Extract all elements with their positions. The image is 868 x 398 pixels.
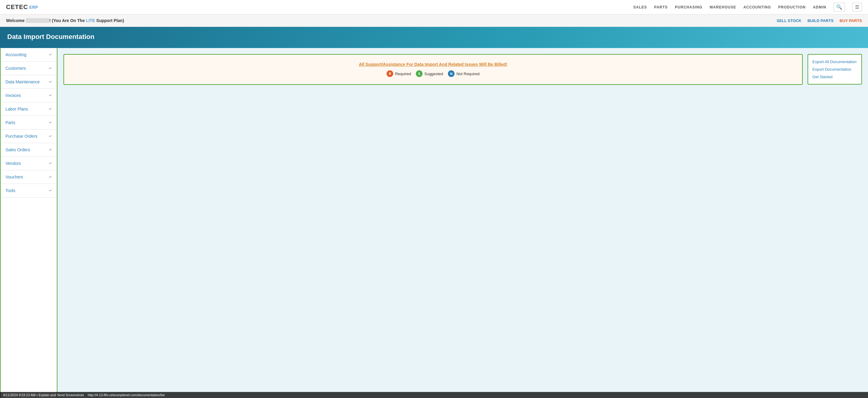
chevron-icon-tools: ↵ <box>49 189 52 193</box>
chevron-icon-accounting: ↵ <box>49 53 52 57</box>
get-started-link[interactable]: Get Started <box>812 75 857 79</box>
notice-link[interactable]: All Support/Assistance For Data Import A… <box>359 62 507 67</box>
sidebar-item-tools[interactable]: Tools ↵ <box>1 184 57 198</box>
chevron-icon-customers: ↵ <box>49 66 52 70</box>
sidebar-label-accounting: Accounting <box>5 52 26 57</box>
logo-erp: ERP <box>29 5 38 10</box>
top-navbar: CETEC ERP SALES PARTS PURCHASING WAREHOU… <box>0 0 868 14</box>
suggested-badge-circle: S <box>416 70 423 77</box>
sidebar-item-vouchers[interactable]: Vouchers ↵ <box>1 170 57 184</box>
plan-suffix: Support Plan) <box>95 18 124 23</box>
status-action: Explain and Send Screenshots <box>39 393 84 397</box>
suggested-label: Suggested <box>424 72 443 76</box>
welcome-message: Welcome ––––––––––! (You Are On The LITE… <box>6 18 124 23</box>
sidebar-label-parts: Parts <box>5 120 16 125</box>
notice-box: All Support/Assistance For Data Import A… <box>63 54 803 85</box>
sidebar-label-purchase-orders: Purchase Orders <box>5 134 37 139</box>
logo-cetec: CETEC <box>6 4 28 10</box>
logo-area: CETEC ERP <box>6 4 38 10</box>
notice-badges: R Required S Suggested N Not Required <box>386 70 479 77</box>
info-row: All Support/Assistance For Data Import A… <box>63 54 862 85</box>
sidebar-label-vendors: Vendors <box>5 161 21 166</box>
sidebar-label-tools: Tools <box>5 188 16 193</box>
buy-parts-link[interactable]: BUY PARTS <box>840 19 862 23</box>
nav-production[interactable]: PRODUCTION <box>778 5 806 9</box>
chevron-icon-parts: ↵ <box>49 121 52 125</box>
welcome-suffix: ! (You Are On The <box>49 18 86 23</box>
sidebar-item-parts[interactable]: Parts ↵ <box>1 116 57 130</box>
content-area: All Support/Assistance For Data Import A… <box>57 48 868 398</box>
nav-sales[interactable]: SALES <box>633 5 647 9</box>
sidebar-item-labor-plans[interactable]: Labor Plans ↵ <box>1 102 57 116</box>
not-required-badge-circle: N <box>448 70 455 77</box>
sidebar-label-customers: Customers <box>5 66 26 71</box>
badge-required: R Required <box>386 70 411 77</box>
sidebar-item-data-maintenance[interactable]: Data Maintenance ↵ <box>1 75 57 89</box>
chevron-icon-labor-plans: ↵ <box>49 107 52 111</box>
sidebar-label-sales-orders: Sales Orders <box>5 147 30 152</box>
nav-parts[interactable]: PARTS <box>654 5 668 9</box>
status-separator: • <box>37 393 39 397</box>
welcome-prefix: Welcome <box>6 18 26 23</box>
sidebar-item-invoices[interactable]: Invoices ↵ <box>1 89 57 102</box>
export-all-link[interactable]: Export All Documentation <box>812 60 857 64</box>
nav-admin[interactable]: ADMIN <box>813 5 826 9</box>
chevron-icon-sales-orders: ↵ <box>49 148 52 152</box>
not-required-label: Not Required <box>456 72 479 76</box>
chevron-icon-data-maintenance: ↵ <box>49 80 52 84</box>
nav-accounting[interactable]: ACCOUNTING <box>743 5 771 9</box>
build-parts-link[interactable]: BUILD PARTS <box>808 19 834 23</box>
export-doc-link[interactable]: Export Documentation <box>812 67 857 72</box>
badge-not-required: N Not Required <box>448 70 479 77</box>
chevron-icon-invoices: ↵ <box>49 93 52 98</box>
badge-suggested: S Suggested <box>416 70 443 77</box>
page-header: Data Import Documentation <box>0 27 868 48</box>
search-button[interactable]: 🔍 <box>834 3 845 11</box>
sidebar-label-invoices: Invoices <box>5 93 21 98</box>
sidebar-item-sales-orders[interactable]: Sales Orders ↵ <box>1 143 57 157</box>
nav-warehouse[interactable]: WAREHOUSE <box>710 5 736 9</box>
navbar-links: SALES PARTS PURCHASING WAREHOUSE ACCOUNT… <box>633 3 862 11</box>
chevron-icon-vendors: ↵ <box>49 161 52 165</box>
welcome-bar: Welcome ––––––––––! (You Are On The LITE… <box>0 14 868 27</box>
menu-button[interactable]: ☰ <box>852 3 862 11</box>
required-badge-circle: R <box>386 70 393 77</box>
main-layout: Accounting ↵ Customers ↵ Data Maintenanc… <box>0 48 868 398</box>
welcome-actions: SELL STOCK BUILD PARTS BUY PARTS <box>777 19 862 23</box>
sidebar-label-labor-plans: Labor Plans <box>5 107 28 111</box>
required-label: Required <box>395 72 411 76</box>
export-box: Export All Documentation Export Document… <box>808 54 862 85</box>
nav-purchasing[interactable]: PURCHASING <box>675 5 702 9</box>
sidebar-label-vouchers: Vouchers <box>5 174 23 179</box>
sidebar-item-accounting[interactable]: Accounting ↵ <box>1 48 57 62</box>
sidebar-item-purchase-orders[interactable]: Purchase Orders ↵ <box>1 130 57 143</box>
sidebar: Accounting ↵ Customers ↵ Data Maintenanc… <box>0 48 57 398</box>
status-timestamp: 4/11/2024 9:53:13 AM <box>3 393 36 397</box>
chevron-icon-vouchers: ↵ <box>49 175 52 179</box>
status-bar: 4/11/2024 9:53:13 AM • Explain and Send … <box>0 392 868 398</box>
sidebar-item-vendors[interactable]: Vendors ↵ <box>1 157 57 170</box>
chevron-icon-purchase-orders: ↵ <box>49 134 52 138</box>
status-url: http://4-13-fifo.cetscerpdevel.com/docum… <box>88 393 164 397</box>
sell-stock-link[interactable]: SELL STOCK <box>777 19 802 23</box>
sidebar-item-customers[interactable]: Customers ↵ <box>1 62 57 75</box>
page-title: Data Import Documentation <box>7 33 861 41</box>
sidebar-label-data-maintenance: Data Maintenance <box>5 79 40 84</box>
plan-label: LITE <box>86 18 95 23</box>
username: –––––––––– <box>26 18 49 23</box>
